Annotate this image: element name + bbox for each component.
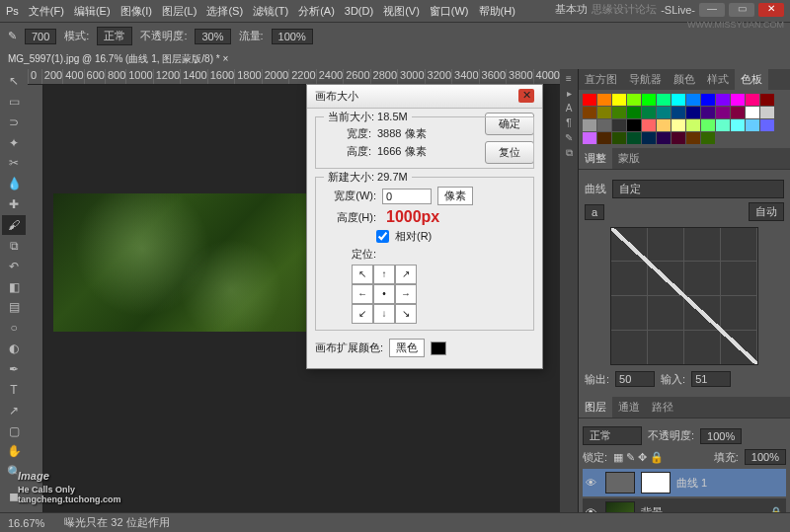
lock-icons[interactable]: ▦ ✎ ✥ 🔒	[613, 451, 664, 464]
swatch[interactable]	[731, 94, 745, 106]
swatch[interactable]	[746, 107, 759, 118]
swatch[interactable]	[583, 94, 596, 106]
stamp-tool[interactable]: ⧉	[2, 236, 26, 256]
swatches-grid[interactable]	[579, 90, 790, 148]
blend-mode-select[interactable]: 正常	[583, 426, 642, 445]
brush-icon[interactable]: ✎	[8, 30, 17, 42]
ext-color-swatch[interactable]	[431, 342, 446, 355]
swatch[interactable]	[686, 107, 700, 118]
swatch[interactable]	[716, 107, 730, 118]
swatch[interactable]	[642, 119, 656, 131]
dodge-tool[interactable]: ◐	[2, 339, 26, 358]
swatch[interactable]	[657, 132, 671, 144]
swatch[interactable]	[583, 132, 596, 144]
tab-swatches[interactable]: 色板	[735, 69, 768, 90]
swatch[interactable]	[642, 107, 656, 118]
status-zoom[interactable]: 16.67%	[8, 517, 44, 529]
eyedrop-tool[interactable]: 💧	[2, 174, 26, 193]
swatch[interactable]	[627, 107, 641, 118]
curves-output-field[interactable]	[615, 371, 655, 387]
menu-select[interactable]: 选择(S)	[206, 4, 243, 19]
para-panel-icon[interactable]: ¶	[566, 117, 571, 128]
flow-value[interactable]: 100%	[272, 29, 313, 44]
swatch[interactable]	[612, 107, 626, 118]
menu-filter[interactable]: 滤镜(T)	[253, 4, 288, 19]
swatch[interactable]	[716, 119, 730, 131]
tab-histogram[interactable]: 直方图	[579, 69, 623, 90]
swatch[interactable]	[760, 94, 774, 106]
fill-value[interactable]: 100%	[745, 449, 786, 465]
dialog-close-button[interactable]: ✕	[518, 89, 534, 103]
menu-edit[interactable]: 编辑(E)	[74, 4, 111, 19]
brush-tool[interactable]: 🖌	[2, 215, 26, 235]
anchor-grid[interactable]: ↖↑↗ ←•→ ↙↓↘	[352, 265, 527, 324]
swatch[interactable]	[760, 119, 774, 131]
swatch[interactable]	[612, 132, 626, 144]
swatch[interactable]	[597, 94, 611, 106]
history-tool[interactable]: ↶	[2, 257, 26, 276]
swatch[interactable]	[627, 94, 641, 106]
swatch[interactable]	[672, 94, 685, 106]
swatch[interactable]	[657, 119, 671, 131]
swatch[interactable]	[612, 94, 626, 106]
blur-tool[interactable]: ○	[2, 318, 26, 338]
tab-color[interactable]: 颜色	[668, 69, 701, 90]
tab-styles[interactable]: 样式	[701, 69, 735, 90]
curves-auto-button[interactable]: 自动	[749, 202, 784, 221]
swatch[interactable]	[672, 132, 685, 144]
tab-layers[interactable]: 图层	[579, 397, 612, 418]
tab-channels[interactable]: 通道	[612, 397, 646, 418]
menu-image[interactable]: 图像(I)	[120, 4, 152, 19]
path-tool[interactable]: ↗	[2, 401, 26, 420]
win-min-button[interactable]: —	[699, 3, 725, 17]
char-panel-icon[interactable]: A	[566, 103, 573, 114]
layer-opacity-value[interactable]: 100%	[700, 428, 742, 444]
swatch[interactable]	[597, 132, 611, 144]
gradient-tool[interactable]: ▤	[2, 297, 26, 317]
menu-layer[interactable]: 图层(L)	[162, 4, 197, 19]
document-tab[interactable]: MG_5997(1).jpg @ 16.7% (曲线 1, 图层蒙版/8) * …	[0, 49, 790, 69]
new-width-field[interactable]	[382, 189, 432, 204]
curves-graph[interactable]	[610, 227, 758, 365]
swatch[interactable]	[701, 119, 715, 131]
wand-tool[interactable]: ✦	[2, 133, 26, 153]
swatch[interactable]	[583, 107, 596, 118]
swatch[interactable]	[642, 94, 656, 106]
menu-window[interactable]: 窗口(W)	[430, 4, 469, 19]
swatch[interactable]	[686, 119, 700, 131]
swatch[interactable]	[657, 94, 671, 106]
swatch[interactable]	[627, 119, 641, 131]
swatch[interactable]	[701, 132, 715, 144]
curves-preset[interactable]: 自定	[612, 180, 784, 198]
lasso-tool[interactable]: ⊃	[2, 113, 26, 132]
win-close-button[interactable]: ✕	[758, 3, 784, 17]
pen-tool[interactable]: ✒	[2, 359, 26, 379]
crop-tool[interactable]: ✂	[2, 153, 26, 173]
brush-panel-icon[interactable]: ✎	[565, 132, 573, 143]
swatch[interactable]	[642, 132, 656, 144]
tab-masks[interactable]: 蒙版	[612, 148, 646, 169]
menu-analysis[interactable]: 分析(A)	[298, 4, 335, 19]
swatch[interactable]	[760, 107, 774, 118]
swatch[interactable]	[597, 119, 611, 131]
win-max-button[interactable]: ▭	[729, 3, 754, 17]
hand-tool[interactable]: ✋	[2, 441, 26, 461]
swatch[interactable]	[597, 107, 611, 118]
tab-navigator[interactable]: 导航器	[623, 69, 668, 90]
opacity-value[interactable]: 30%	[195, 29, 230, 44]
swatch[interactable]	[583, 119, 596, 131]
menu-help[interactable]: 帮助(H)	[479, 4, 515, 19]
layer-row[interactable]: 👁 曲线 1	[583, 469, 786, 496]
swatch[interactable]	[731, 107, 745, 118]
swatch[interactable]	[701, 107, 715, 118]
swatch[interactable]	[746, 119, 759, 131]
brush-size[interactable]: 700	[25, 29, 56, 44]
ext-color-select[interactable]: 黑色	[389, 339, 425, 357]
swatch[interactable]	[672, 107, 685, 118]
history-panel-icon[interactable]: ≡	[566, 73, 572, 84]
curves-input-field[interactable]	[691, 371, 731, 387]
move-tool[interactable]: ↖	[2, 71, 26, 91]
swatch[interactable]	[657, 107, 671, 118]
tab-paths[interactable]: 路径	[646, 397, 679, 418]
swatch[interactable]	[627, 132, 641, 144]
